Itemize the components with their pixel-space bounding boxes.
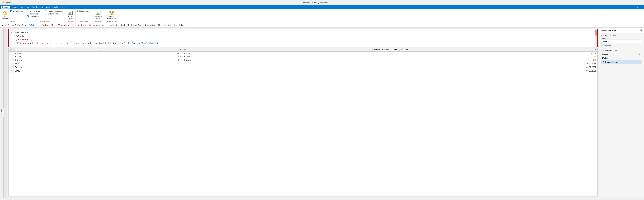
formula-editor[interactable]: = Table.Group( MyTable, {"Customer"}, {{… bbox=[8, 29, 598, 47]
formula-confirm-btn[interactable]: ✓ bbox=[4, 24, 7, 27]
formula-cancel-btn[interactable]: ✕ bbox=[1, 24, 4, 27]
advanced-editor-btn[interactable]: > AdvancedEditor bbox=[94, 10, 103, 20]
query-dependencies-icon bbox=[109, 10, 114, 15]
customer-dropdown-icon[interactable]: ▼ bbox=[180, 49, 181, 51]
collapse-button[interactable]: › bbox=[4, 28, 7, 198]
queries-sidebar: Queries bbox=[0, 28, 4, 198]
monospaced-checkbox[interactable] bbox=[27, 10, 29, 12]
date-quality-error: Error 0 % bbox=[183, 55, 598, 58]
minimize-button[interactable]: — bbox=[618, 0, 625, 5]
formula-line-1: = Table.Group( bbox=[11, 31, 593, 34]
help-icon[interactable]: ? bbox=[639, 6, 643, 8]
title-bar: ⚡ 💾 · ↩ ▼ Untitled - Power Query Editor … bbox=[0, 0, 644, 5]
column-distribution-label: Column distribution bbox=[48, 10, 63, 12]
date-column-header[interactable]: 📅 Second earliest meeting date by custom… bbox=[183, 48, 598, 52]
svg-text:>: > bbox=[98, 12, 99, 14]
svg-rect-11 bbox=[96, 11, 100, 15]
column-quality-checkbox[interactable] bbox=[27, 15, 29, 17]
formula-bar-separator bbox=[11, 24, 12, 27]
always-allow-label: Always allow bbox=[80, 10, 90, 12]
right-panel-title: Query Settings bbox=[601, 29, 616, 31]
empty-pct-date: 0 % bbox=[593, 59, 596, 61]
always-allow-checkbox[interactable] bbox=[78, 10, 80, 12]
step-source-gear-icon[interactable]: ⚙ bbox=[639, 53, 641, 55]
customer-quality-error: Error 0 % bbox=[14, 55, 183, 58]
valid-pct-customer: 100 % bbox=[176, 52, 181, 54]
collapse-ribbon-button[interactable]: ∧ bbox=[635, 6, 639, 9]
go-to-column-btn[interactable]: Go toColumn bbox=[66, 10, 74, 20]
parameters-group-label: Parameters bbox=[77, 20, 91, 23]
all-properties-link[interactable]: All Properties bbox=[601, 44, 612, 46]
column-profile-checkbox[interactable] bbox=[45, 13, 47, 15]
customer-column-header[interactable]: ABc Customer ▼ bbox=[14, 48, 183, 52]
formula-bar-checkbox[interactable] bbox=[10, 10, 12, 12]
formula-bar-checkbox-row[interactable]: Formula Bar bbox=[10, 10, 23, 12]
step-source[interactable]: Source ⚙ bbox=[601, 52, 642, 56]
editor-area: = Table.Group( MyTable, {"Customer"}, {{… bbox=[7, 28, 599, 198]
step-source-name: Source bbox=[602, 53, 638, 55]
properties-chevron-icon: ▲ bbox=[601, 34, 603, 36]
date-quality-valid: Valid 100 % bbox=[183, 52, 598, 55]
formula-bar-content[interactable]: = Table.Group(MyTable, {"Customer"}, {{"… bbox=[12, 24, 643, 26]
column-profile-row[interactable]: Column profile bbox=[45, 13, 63, 15]
menu-item-add-column[interactable]: Add Column bbox=[30, 6, 44, 8]
maximize-button[interactable]: □ bbox=[626, 0, 634, 5]
row-num-2: 2 bbox=[9, 65, 14, 69]
advanced-group-label: Advanced bbox=[94, 20, 103, 23]
column-distribution-row[interactable]: Column distribution bbox=[45, 10, 63, 12]
date-dropdown-icon[interactable]: ▼ bbox=[594, 49, 596, 51]
date-quality-empty: Empty 0 % bbox=[183, 58, 598, 62]
customer-quality-valid: Valid 100 % bbox=[14, 52, 183, 55]
properties-section: ▲ PROPERTIES Name All Properties bbox=[599, 33, 644, 48]
formula-line-3: {"Customer"}, bbox=[11, 38, 593, 41]
svg-rect-18 bbox=[110, 13, 112, 15]
error-dot-customer bbox=[15, 56, 16, 57]
ribbon-group-parameters: Always allow Parameters bbox=[76, 10, 92, 23]
quality-empty-cell-2 bbox=[9, 55, 14, 58]
query-settings-btn[interactable]: QuerySettings bbox=[1, 10, 9, 20]
step-grouped-rows[interactable]: ✕ Grouped Rows bbox=[601, 60, 642, 64]
dependencies-group-label: Dependencies bbox=[106, 20, 118, 23]
column-quality-row[interactable]: Column quality bbox=[27, 15, 44, 17]
data-preview-checkboxes: Monospaced Show whitespace Column qualit… bbox=[26, 10, 44, 18]
formula-bar-checkbox-label: Formula Bar bbox=[13, 10, 23, 12]
menu-item-home[interactable]: Home bbox=[10, 6, 18, 8]
step-mytable[interactable]: MyTable bbox=[601, 56, 642, 60]
advanced-editor-icon: > bbox=[96, 10, 101, 15]
svg-line-19 bbox=[110, 12, 112, 13]
show-whitespace-checkbox[interactable] bbox=[27, 13, 29, 15]
quality-empty-cell bbox=[9, 52, 14, 55]
menu-item-help[interactable]: Help bbox=[60, 6, 67, 8]
close-button[interactable]: ✕ bbox=[635, 0, 643, 5]
ribbon-group-columns-content: Go toColumn bbox=[66, 10, 74, 20]
step-grouped-rows-x-icon[interactable]: ✕ bbox=[602, 61, 604, 63]
date-cell-2: 03.02.2021 bbox=[183, 65, 598, 69]
monospaced-row[interactable]: Monospaced bbox=[27, 10, 44, 12]
right-panel-header: Query Settings ✕ bbox=[599, 28, 644, 33]
name-field-input[interactable] bbox=[601, 39, 642, 43]
column-distribution-checkbox[interactable] bbox=[45, 10, 47, 12]
applied-steps-section: ▲ APPLIED STEPS Source ⚙ MyTable ✕ Group… bbox=[599, 48, 644, 65]
ribbon-group-data-preview: Monospaced Show whitespace Column qualit… bbox=[25, 10, 65, 23]
show-whitespace-row[interactable]: Show whitespace bbox=[27, 13, 44, 15]
applied-steps-section-title: ▲ APPLIED STEPS bbox=[601, 49, 642, 51]
table-row: 2 Brandon 03.02.2021 bbox=[9, 65, 598, 69]
menu-item-soubor[interactable]: Soubor bbox=[1, 6, 10, 8]
formula-scrollbar[interactable] bbox=[595, 29, 597, 47]
query-dependencies-btn[interactable]: QueryDependencies bbox=[106, 10, 118, 20]
go-to-column-label: Go toColumn bbox=[68, 16, 73, 20]
svg-line-20 bbox=[112, 12, 113, 13]
always-allow-row[interactable]: Always allow bbox=[78, 10, 90, 12]
valid-pct-date: 100 % bbox=[591, 52, 596, 54]
parameters-checkboxes: Always allow bbox=[77, 10, 91, 13]
go-to-column-icon bbox=[68, 10, 73, 15]
column-quality-label: Column quality bbox=[30, 15, 42, 17]
menu-item-view[interactable]: View bbox=[44, 6, 52, 8]
table-row: 3 Cindy 03.03.2021 bbox=[9, 69, 598, 73]
menu-item-tools[interactable]: Tools bbox=[52, 6, 60, 8]
right-panel-close-btn[interactable]: ✕ bbox=[640, 29, 642, 31]
menu-item-transform[interactable]: Transform bbox=[18, 6, 30, 8]
customer-quality-empty: Empty 0 % bbox=[14, 58, 183, 62]
customer-type-icon: ABc bbox=[15, 49, 18, 51]
steps-list: Source ⚙ MyTable ✕ Grouped Rows bbox=[601, 52, 642, 64]
